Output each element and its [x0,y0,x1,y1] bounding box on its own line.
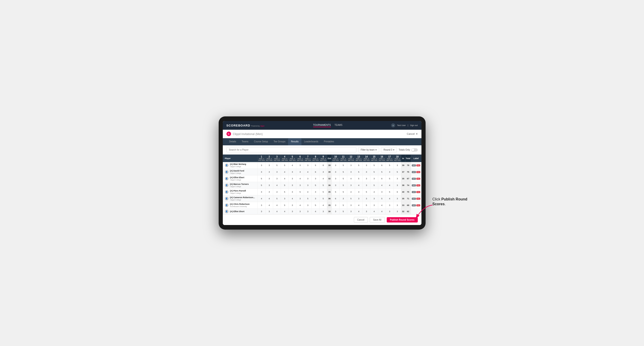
score-hole-12[interactable]: 3 [347,162,355,169]
score-hole-1[interactable]: 4 [258,195,266,202]
score-hole-1[interactable]: 3 [258,169,266,175]
score-hole-7[interactable]: 4 [304,189,312,195]
score-hole-17[interactable]: 4 [386,182,394,189]
score-hole-9[interactable]: 4 [319,202,327,209]
score-hole-15[interactable]: 3 [370,202,378,209]
score-hole-14[interactable]: 3 [362,182,370,189]
score-hole-1[interactable]: 3 [258,162,266,169]
score-hole-9[interactable]: 3 [319,209,327,214]
score-hole-10[interactable]: 3 [332,169,340,175]
score-hole-8[interactable]: 3 [312,175,320,182]
score-hole-12[interactable]: 3 [347,209,355,214]
score-hole-6[interactable]: 3 [296,182,304,189]
score-hole-4[interactable]: 5 [281,162,288,169]
score-hole-5[interactable]: 4 [288,162,296,169]
tab-tee-groups[interactable]: Tee Groups [271,138,288,145]
wd-badge[interactable]: WD [412,165,416,167]
score-hole-5[interactable]: 4 [288,195,296,202]
score-hole-7[interactable]: 5 [304,195,312,202]
score-hole-5[interactable]: 3 [288,169,296,175]
score-hole-3[interactable]: 4 [273,182,281,189]
tab-results[interactable]: Results [288,138,301,145]
score-hole-13[interactable]: 3 [355,195,362,202]
tab-course-setup[interactable]: Course Setup [251,138,271,145]
score-hole-5[interactable]: 3 [288,202,296,209]
score-hole-8[interactable]: 6 [312,169,320,175]
dq-badge[interactable]: DQ [416,171,420,173]
score-hole-17[interactable]: 3 [386,209,394,214]
score-hole-4[interactable]: 5 [281,202,288,209]
score-hole-8[interactable]: 5 [312,182,320,189]
score-hole-12[interactable]: 3 [347,169,355,175]
score-hole-1[interactable]: 3 [258,189,266,195]
score-hole-6[interactable]: 3 [296,162,304,169]
sign-out-link[interactable]: Sign out [410,124,418,127]
score-hole-18[interactable]: 3 [394,195,401,202]
score-hole-2[interactable]: 3 [265,182,273,189]
wd-badge[interactable]: WD [412,198,416,200]
score-hole-10[interactable]: 3 [332,202,340,209]
score-hole-9[interactable]: 5 [319,189,327,195]
round-selector-dropdown[interactable]: Round 3 ▾ [381,147,397,153]
score-hole-3[interactable]: 5 [273,195,281,202]
score-hole-2[interactable]: 3 [265,162,273,169]
score-hole-13[interactable]: 4 [355,182,362,189]
score-hole-8[interactable]: 5 [312,162,320,169]
save-all-button[interactable]: Save All [370,217,385,223]
score-hole-1[interactable]: 5 [258,182,266,189]
score-hole-12[interactable]: 3 [347,202,355,209]
score-hole-1[interactable]: 3 [258,209,266,214]
score-hole-14[interactable]: 3 [362,169,370,175]
score-hole-18[interactable]: 3 [394,209,401,214]
score-hole-13[interactable]: 5 [355,175,362,182]
dq-badge[interactable]: DQ [416,191,420,193]
score-hole-3[interactable]: 4 [273,202,281,209]
score-hole-13[interactable]: 4 [355,202,362,209]
score-hole-16[interactable]: 3 [378,189,386,195]
score-hole-15[interactable]: 3 [370,195,378,202]
dq-badge[interactable]: DQ [416,198,420,200]
score-hole-9[interactable]: 5 [319,195,327,202]
score-hole-6[interactable]: 4 [296,202,304,209]
score-hole-16[interactable]: 5 [378,195,386,202]
score-hole-11[interactable]: 3 [339,195,347,202]
score-hole-5[interactable]: 3 [288,209,296,214]
score-hole-6[interactable]: 3 [296,169,304,175]
score-hole-13[interactable]: 5 [355,169,362,175]
score-hole-17[interactable]: 3 [386,202,394,209]
score-hole-18[interactable]: 3 [394,182,401,189]
score-hole-9[interactable]: 3 [319,169,327,175]
score-hole-3[interactable]: 3 [273,175,281,182]
dq-badge[interactable]: DQ [416,178,420,180]
score-hole-10[interactable]: 3 [332,182,340,189]
totals-only-toggle[interactable] [411,148,418,152]
score-hole-11[interactable]: 5 [339,202,347,209]
score-hole-4[interactable]: 4 [281,175,288,182]
score-hole-11[interactable]: 5 [339,175,347,182]
score-hole-13[interactable]: 3 [355,189,362,195]
search-input[interactable] [226,147,356,153]
score-hole-10[interactable]: 5 [332,189,340,195]
score-hole-1[interactable]: 3 [258,202,266,209]
score-hole-7[interactable]: 4 [304,169,312,175]
score-hole-6[interactable]: 3 [296,195,304,202]
score-hole-12[interactable]: 3 [347,182,355,189]
score-hole-1[interactable]: 5 [258,175,266,182]
score-hole-16[interactable]: 4 [378,182,386,189]
score-hole-18[interactable]: 3 [394,162,401,169]
score-hole-8[interactable]: 3 [312,189,320,195]
score-hole-17[interactable]: 5 [386,162,394,169]
cancel-button[interactable]: Cancel [354,217,368,223]
score-hole-8[interactable]: 4 [312,209,320,214]
score-hole-14[interactable]: 3 [362,195,370,202]
score-hole-17[interactable]: 5 [386,189,394,195]
dq-badge[interactable]: DQ [416,165,420,167]
score-hole-11[interactable]: 5 [339,169,347,175]
nav-tournaments[interactable]: TOURNAMENTS [313,124,331,127]
score-hole-11[interactable]: 5 [339,189,347,195]
score-hole-16[interactable]: 6 [378,175,386,182]
score-hole-10[interactable]: 3 [332,209,340,214]
score-hole-10[interactable]: 3 [332,162,340,169]
score-hole-18[interactable]: 3 [394,202,401,209]
score-hole-6[interactable]: 4 [296,175,304,182]
